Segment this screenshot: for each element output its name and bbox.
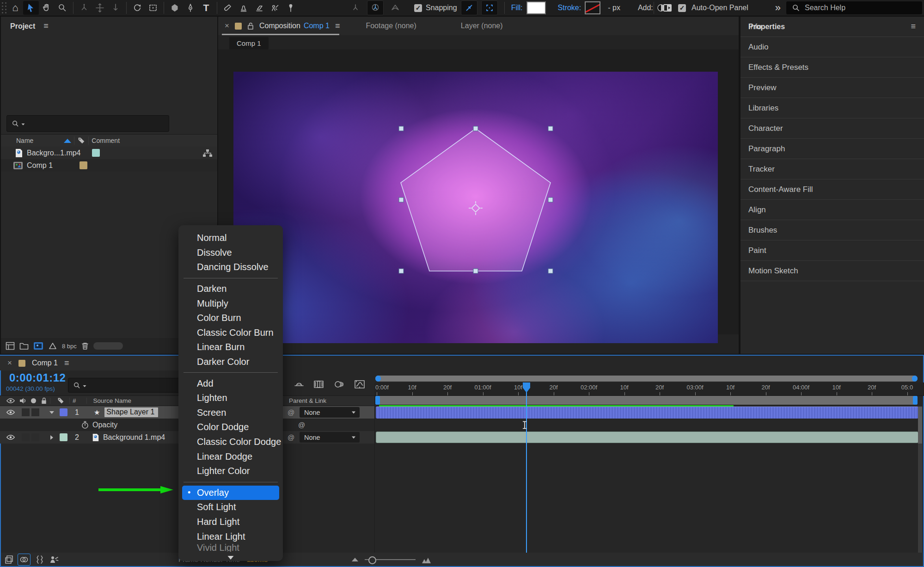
vertical-scrollbar[interactable]: [918, 407, 922, 553]
index-column-header[interactable]: #: [73, 397, 76, 404]
properties-item-brushes[interactable]: Brushes: [740, 220, 924, 240]
project-search-input[interactable]: [6, 115, 169, 132]
menu-item-add[interactable]: Add: [178, 376, 283, 391]
axis-mode-local-button[interactable]: [348, 1, 363, 15]
layer-name[interactable]: Background 1.mp4: [103, 433, 165, 442]
hand-tool-button[interactable]: [39, 1, 55, 15]
tab-footage[interactable]: Footage (none): [366, 22, 416, 30]
overflow-chevrons[interactable]: »: [775, 2, 781, 14]
label-color-column-icon[interactable]: [77, 136, 86, 145]
column-comment-header[interactable]: Comment: [92, 137, 120, 144]
auto-open-checkbox[interactable]: ✓: [678, 4, 686, 12]
work-area-start-handle[interactable]: [375, 396, 380, 405]
menu-item-darken[interactable]: Darken: [178, 282, 283, 296]
column-name-header[interactable]: Name: [16, 137, 33, 144]
layer-name[interactable]: Shape Layer 1: [104, 407, 158, 417]
properties-item-motion-sketch[interactable]: Motion Sketch: [740, 261, 924, 281]
composition-image[interactable]: [233, 72, 718, 343]
viewer-panel-menu-icon[interactable]: ≡: [335, 21, 340, 31]
menu-item-dissolve[interactable]: Dissolve: [178, 246, 283, 260]
pick-whip-icon[interactable]: @: [298, 421, 305, 429]
panel-icon[interactable]: [662, 3, 673, 12]
unlock-icon[interactable]: [247, 22, 254, 30]
eye-icon[interactable]: [6, 409, 15, 415]
render-settings-icon[interactable]: [49, 555, 59, 564]
audio-column-icon[interactable]: [19, 397, 26, 404]
menu-item-vivid-light[interactable]: Vivid Light: [178, 544, 283, 552]
delete-icon[interactable]: [81, 342, 89, 350]
transfer-controls-toggle[interactable]: [18, 554, 31, 566]
selection-tool-button[interactable]: [23, 1, 39, 15]
scrollbar-right-cap[interactable]: [912, 376, 918, 382]
audio-cell[interactable]: [22, 433, 30, 441]
pan-camera-tool-button[interactable]: [92, 1, 108, 15]
menu-item-multiply[interactable]: Multiply: [178, 296, 283, 311]
properties-menu-icon[interactable]: ≡: [911, 22, 916, 31]
menu-item-linear-dodge[interactable]: Linear Dodge: [178, 449, 283, 464]
zoom-slider-track[interactable]: [365, 559, 416, 560]
project-item-background-footage[interactable]: Backgro...1.mp4: [1, 147, 217, 159]
stroke-color-swatch[interactable]: [585, 1, 600, 14]
properties-item-effects-presets[interactable]: Effects & Presets: [740, 57, 924, 78]
properties-item-align[interactable]: Align: [740, 200, 924, 220]
search-help-box[interactable]: Search Help: [786, 1, 922, 14]
timeline-scrollbar[interactable]: [375, 376, 918, 382]
playhead-line[interactable]: [526, 382, 527, 553]
properties-item-content-aware-fill[interactable]: Content-Aware Fill: [740, 179, 924, 200]
thumbnail-zoom-pill[interactable]: [93, 342, 123, 350]
pick-whip-icon[interactable]: @: [288, 408, 294, 416]
fill-color-swatch[interactable]: [526, 1, 546, 14]
zoom-slider-knob[interactable]: [368, 556, 376, 564]
zoom-tool-button[interactable]: [55, 1, 70, 15]
eraser-tool-button[interactable]: [251, 1, 267, 15]
stroke-width-value[interactable]: - px: [608, 4, 620, 12]
shy-layers-icon[interactable]: [294, 380, 304, 389]
menu-item-linear-burn[interactable]: Linear Burn: [178, 340, 283, 355]
comp-label-swatch[interactable]: [235, 23, 242, 30]
properties-item-audio[interactable]: Audio: [740, 37, 924, 57]
layer-color-swatch[interactable]: [60, 433, 67, 441]
collapsed-chevron-icon[interactable]: [50, 435, 53, 440]
snap-edges-button[interactable]: [461, 0, 477, 15]
solo-cell[interactable]: [31, 408, 39, 416]
timeline-tab-label[interactable]: Comp 1: [32, 359, 58, 367]
toolbar-grip[interactable]: [1, 1, 7, 14]
comp-selector-tab[interactable]: Comp 1: [229, 37, 269, 49]
menu-item-soft-light[interactable]: Soft Light: [178, 500, 283, 515]
menu-item-darker-color[interactable]: Darker Color: [178, 355, 283, 370]
adjust-depth-icon[interactable]: [48, 342, 57, 350]
sort-ascending-icon[interactable]: [64, 139, 71, 143]
puppet-pin-tool-button[interactable]: [283, 1, 299, 15]
project-panel-menu-icon[interactable]: ≡: [43, 21, 49, 31]
timeline-menu-icon[interactable]: ≡: [64, 358, 69, 368]
home-button[interactable]: ⌂: [7, 1, 23, 15]
property-name[interactable]: Opacity: [92, 421, 117, 429]
pentagon-shape[interactable]: [401, 129, 551, 271]
rotation-tool-button[interactable]: [129, 1, 145, 15]
solo-column-icon[interactable]: [31, 398, 36, 403]
interpret-footage-icon[interactable]: [6, 342, 15, 350]
parent-dropdown[interactable]: None: [300, 432, 360, 443]
tab-composition-comp-name[interactable]: Comp 1: [304, 22, 330, 30]
pen-tool-button[interactable]: [183, 1, 198, 15]
project-item-comp[interactable]: Comp 1: [1, 159, 217, 172]
eye-column-icon[interactable]: [6, 398, 15, 404]
menu-item-hard-light[interactable]: Hard Light: [178, 515, 283, 530]
roto-brush-tool-button[interactable]: [267, 1, 283, 15]
layer-color-swatch[interactable]: [60, 408, 67, 416]
menu-item-classic-color-burn[interactable]: Classic Color Burn: [178, 326, 283, 340]
type-tool-button[interactable]: T: [198, 1, 214, 15]
time-ruler[interactable]: 0:00f10f20f01:00f10f20f02:00f10f20f03:00…: [374, 382, 924, 396]
axis-mode-view-button[interactable]: [387, 1, 403, 15]
parent-link-column-header[interactable]: Parent & Link: [289, 397, 326, 404]
menu-item-overlay[interactable]: •Overlay: [182, 486, 279, 500]
label-color-swatch[interactable]: [80, 161, 87, 169]
menu-item-classic-color-dodge[interactable]: Classic Color Dodge: [178, 435, 283, 450]
fill-label[interactable]: Fill:: [511, 4, 523, 12]
snapping-checkbox[interactable]: ✓: [414, 4, 422, 12]
shape-layer-duration-bar[interactable]: [376, 407, 918, 419]
work-area-end-handle[interactable]: [913, 396, 918, 405]
timeline-search-input[interactable]: [68, 378, 180, 393]
parent-dropdown[interactable]: None: [300, 407, 360, 418]
close-tab-icon[interactable]: ×: [225, 21, 229, 31]
